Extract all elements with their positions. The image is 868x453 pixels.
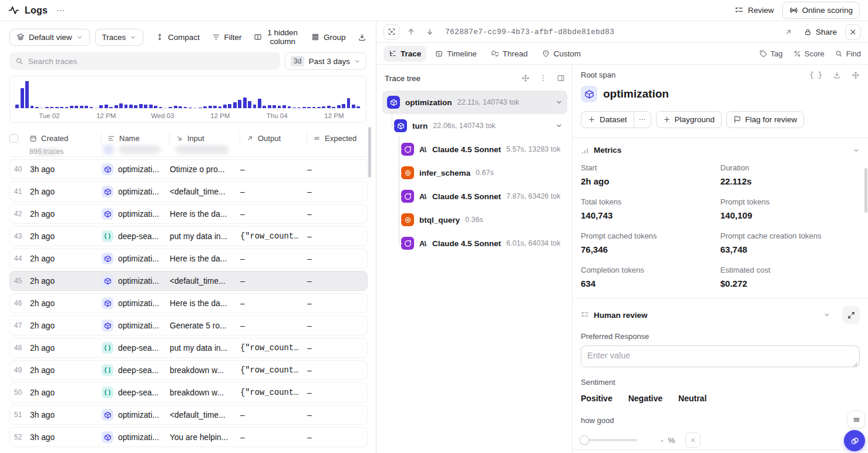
add-to-dataset-button[interactable]: Dataset bbox=[581, 111, 634, 128]
sentiment-negative-button[interactable]: Negative bbox=[628, 394, 662, 403]
histogram-bar[interactable] bbox=[238, 100, 241, 108]
col-input[interactable]: Input bbox=[169, 132, 240, 145]
sentiment-positive-button[interactable]: Positive bbox=[581, 394, 613, 403]
histogram-bars[interactable] bbox=[15, 81, 361, 108]
slider-value: - bbox=[661, 436, 664, 445]
move-icon[interactable] bbox=[852, 71, 860, 79]
table-row[interactable]: 422h agooptimizati...Here is the da...–– bbox=[9, 204, 368, 224]
score-button[interactable]: Score bbox=[793, 49, 825, 58]
table-row[interactable]: 472h agooptimizati...Generate 5 ro...–– bbox=[9, 316, 368, 335]
tree-node-turn[interactable]: turn22.06s, 140743 tok bbox=[382, 114, 567, 137]
next-trace-button[interactable] bbox=[423, 25, 437, 39]
tab-thread[interactable]: Thread bbox=[486, 46, 533, 62]
chevron-down-icon[interactable] bbox=[853, 147, 860, 154]
move-icon[interactable] bbox=[522, 74, 530, 82]
previous-trace-button[interactable] bbox=[404, 25, 418, 39]
time-range-selector[interactable]: 3d Past 3 days bbox=[285, 52, 366, 70]
share-button[interactable]: Share bbox=[804, 28, 837, 36]
select-all-cell[interactable] bbox=[9, 132, 29, 144]
table-row[interactable]: 403h agooptimizati...Otimize o pro...–– bbox=[9, 159, 368, 179]
table-row[interactable]: 523h agooptimizati...You are helpin...–– bbox=[9, 427, 368, 447]
task-icon bbox=[102, 253, 113, 264]
function-icon: () bbox=[102, 387, 113, 398]
table-row[interactable]: 452h agooptimizati...<default_time...–– bbox=[9, 271, 368, 291]
compact-toggle[interactable]: Compact bbox=[156, 33, 200, 42]
clear-score-button[interactable] bbox=[685, 432, 701, 448]
histogram-bar[interactable] bbox=[25, 81, 29, 108]
code-braces-icon[interactable]: { } bbox=[809, 71, 822, 79]
open-external-icon[interactable] bbox=[782, 25, 796, 39]
cell-input: Here is the da... bbox=[170, 210, 240, 219]
assistant-fab[interactable] bbox=[844, 430, 865, 451]
tree-node-optimization[interactable]: optimization22.11s, 140743 tok bbox=[382, 90, 567, 114]
table-row[interactable]: 502h ago()deep-sea...breakdown w...{"row… bbox=[9, 382, 368, 402]
histogram-bar[interactable] bbox=[248, 101, 251, 108]
close-panel-button[interactable] bbox=[845, 24, 861, 40]
kebab-menu-icon[interactable] bbox=[539, 74, 547, 82]
table-row[interactable]: 462h agooptimizati...Here is the da...–– bbox=[9, 293, 368, 313]
search-traces-box[interactable] bbox=[9, 52, 280, 70]
tree-node-claude-4-5-sonnet[interactable]: A\Claude 4.5 Sonnet6.01s, 64034 tok bbox=[382, 231, 567, 255]
tab-trace[interactable]: Trace bbox=[383, 46, 426, 62]
export-button[interactable] bbox=[358, 33, 366, 42]
tree-node-infer-schema[interactable]: infer_schema0.67s bbox=[382, 161, 567, 184]
histogram-bar[interactable] bbox=[342, 104, 345, 108]
histogram-bar[interactable] bbox=[258, 99, 261, 108]
slider-knob[interactable] bbox=[580, 435, 589, 445]
histogram-bar[interactable] bbox=[347, 98, 351, 108]
find-button[interactable]: Find bbox=[835, 49, 861, 58]
tree-node-btql-query[interactable]: btql_query0.36s bbox=[382, 208, 567, 231]
expand-review-button[interactable] bbox=[842, 306, 860, 324]
review-button[interactable]: Review bbox=[735, 6, 773, 15]
tag-button[interactable]: Tag bbox=[759, 49, 783, 58]
flag-for-review-button[interactable]: Flag for review bbox=[726, 111, 805, 128]
view-selector[interactable]: Default view bbox=[9, 29, 90, 46]
table-row[interactable]: 432h ago()deep-sea...put my data in...{"… bbox=[9, 226, 368, 246]
left-panel-scrollbar[interactable] bbox=[368, 127, 371, 177]
table-row[interactable]: 513h agooptimizati...<default_time...–– bbox=[9, 405, 368, 425]
col-created[interactable]: Created bbox=[29, 132, 101, 144]
search-traces-input[interactable] bbox=[28, 57, 274, 66]
histogram-bar[interactable] bbox=[139, 104, 143, 108]
tab-timeline[interactable]: Timeline bbox=[430, 46, 482, 62]
download-icon[interactable] bbox=[833, 71, 841, 79]
table-row[interactable]: 412h agooptimizati...<default_time...–– bbox=[9, 182, 368, 202]
chevron-down-icon[interactable] bbox=[556, 99, 563, 106]
tab-custom[interactable]: Custom bbox=[537, 46, 587, 62]
tree-node-claude-4-5-sonnet[interactable]: A\Claude 4.5 Sonnet5.57s, 13283 tok bbox=[382, 137, 567, 161]
add-to-playground-button[interactable]: Playground bbox=[656, 111, 722, 128]
traces-selector[interactable]: Traces bbox=[95, 29, 144, 46]
online-scoring-button[interactable]: Online scoring bbox=[782, 2, 860, 19]
histogram-bar[interactable] bbox=[243, 98, 247, 108]
col-expected[interactable]: Expected bbox=[307, 132, 368, 145]
sidebar-toggle-icon[interactable] bbox=[557, 74, 565, 82]
histogram-bar[interactable] bbox=[119, 103, 123, 108]
metrics-section-header[interactable]: Metrics bbox=[581, 146, 860, 155]
filter-button[interactable]: Filter bbox=[212, 33, 242, 42]
histogram-bar[interactable] bbox=[228, 104, 231, 108]
more-menu-icon[interactable] bbox=[56, 6, 65, 15]
preferred-response-input[interactable] bbox=[581, 345, 860, 367]
sentiment-neutral-button[interactable]: Neutral bbox=[678, 394, 706, 403]
table-row[interactable]: 482h ago()deep-sea...put my data in...{"… bbox=[9, 338, 368, 358]
trace-detail-tabs: TraceTimelineThreadCustom Tag Score Find bbox=[376, 43, 868, 65]
col-name[interactable]: Name bbox=[101, 132, 169, 145]
resize-handle-icon[interactable] bbox=[853, 362, 858, 367]
chevron-down-icon[interactable] bbox=[556, 122, 563, 129]
histogram-bar[interactable] bbox=[233, 102, 237, 108]
human-review-header[interactable]: Human review bbox=[581, 306, 860, 324]
table-row[interactable]: 442h agooptimizati...Here is the da...–– bbox=[9, 249, 368, 269]
select-all-checkbox[interactable] bbox=[9, 134, 18, 143]
histogram-bar[interactable] bbox=[21, 88, 24, 108]
focus-trace-button[interactable] bbox=[383, 24, 399, 40]
group-button[interactable]: Group bbox=[311, 33, 346, 42]
hidden-columns-button[interactable]: 1 hidden column bbox=[254, 28, 299, 46]
floating-menu-button[interactable] bbox=[847, 411, 865, 428]
table-row[interactable]: 492h ago()deep-sea...breakdown w...{"row… bbox=[9, 360, 368, 380]
right-panel-scrollbar[interactable] bbox=[864, 168, 867, 213]
score-slider[interactable] bbox=[581, 439, 637, 441]
col-output[interactable]: Output bbox=[240, 132, 307, 145]
chevron-down-icon[interactable] bbox=[823, 311, 830, 318]
dataset-more-button[interactable] bbox=[634, 111, 651, 128]
tree-node-claude-4-5-sonnet[interactable]: A\Claude 4.5 Sonnet7.87s, 63426 tok bbox=[382, 184, 567, 208]
